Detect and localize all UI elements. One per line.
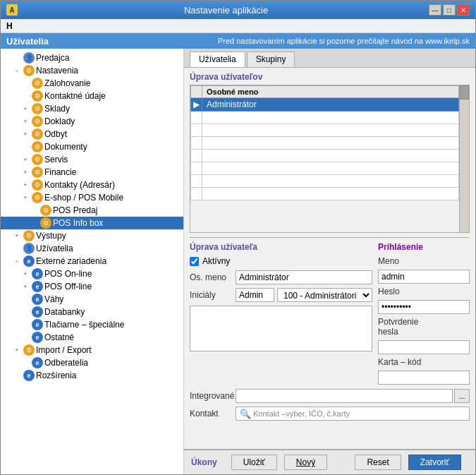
- sidebar-item-pos-info-box[interactable]: ⚙ POS Info box: [1, 217, 183, 229]
- edit-login-columns: Úprava užívateľa Aktívny Os. meno: [190, 242, 470, 385]
- heslo-input[interactable]: [378, 300, 470, 314]
- sidebar-item-kontakty[interactable]: + ⚙ Kontakty (Adresár): [1, 179, 183, 191]
- karta-row: Karta – kód: [378, 357, 470, 367]
- sidebar-item-pos-predaj[interactable]: ⚙ POS Predaj: [1, 204, 183, 217]
- sidebar-item-kontaktne[interactable]: ⚙ Kontaktné údaje: [1, 90, 183, 102]
- gear-icon: ⚙: [32, 179, 43, 191]
- minimize-button[interactable]: —: [429, 4, 441, 16]
- maximize-button[interactable]: □: [443, 4, 456, 16]
- heslo-row: Heslo: [378, 287, 470, 296]
- notes-textarea[interactable]: [190, 306, 372, 351]
- group-select[interactable]: 100 - Administrátori: [277, 288, 372, 302]
- contact-placeholder: Kontakt –výber, IČO, č.karty: [253, 409, 350, 418]
- sidebar-label-pos-predaj: POS Predaj: [53, 205, 97, 215]
- sidebar-item-import[interactable]: + ⚙ Import / Export: [1, 344, 183, 356]
- sidebar-item-rozsirenia[interactable]: e Rozšírenia: [1, 369, 183, 382]
- contact-input-wrapper[interactable]: 🔍 Kontakt –výber, IČO, č.karty: [236, 407, 470, 421]
- sidebar-item-uziviatelia[interactable]: 👤 Užívatelia: [1, 242, 183, 255]
- sidebar-item-tlaciar[interactable]: e Tlačiarne – špeciálne: [1, 318, 183, 331]
- sidebar-label-eshop: E-shop / POS Mobile: [44, 193, 123, 203]
- table-scrollbar[interactable]: [459, 85, 469, 232]
- browse-button[interactable]: ...: [454, 389, 470, 403]
- expand-icon: +: [20, 193, 30, 203]
- close-button[interactable]: Zatvoriť: [408, 455, 461, 470]
- sidebar-item-vystupy[interactable]: + ⚙ Výstupy: [1, 229, 183, 242]
- person-icon: 👤: [23, 52, 35, 64]
- os-meno-input[interactable]: [236, 270, 372, 284]
- user-table-section-title: Úprava užívateľov: [190, 72, 470, 82]
- save-button[interactable]: Uložiť: [231, 455, 277, 470]
- potvrdenie-input[interactable]: [378, 340, 470, 354]
- sidebar-item-predajca[interactable]: 👤 Predajca: [1, 52, 183, 64]
- sidebar-item-odbyt[interactable]: + ⚙ Odbyt: [1, 128, 183, 140]
- expand-icon: +: [20, 155, 30, 164]
- sidebar-label-doklady: Doklady: [44, 116, 75, 126]
- gear-icon: ⚙: [32, 128, 43, 140]
- user-table-row[interactable]: ▶ Administrátor: [191, 98, 459, 112]
- row-arrow: ▶: [191, 98, 202, 112]
- expand-icon: [20, 358, 30, 368]
- sidebar-item-servis[interactable]: + ⚙ Servis: [1, 153, 183, 166]
- sidebar-item-databanky[interactable]: e Databanky: [1, 306, 183, 318]
- sidebar-item-pos-offline[interactable]: + e POS Off-line: [1, 280, 183, 293]
- sidebar-item-sklady[interactable]: + ⚙ Sklady: [1, 102, 183, 115]
- expand-icon: −: [12, 66, 22, 76]
- sidebar-item-dokumenty[interactable]: ⚙ Dokumenty: [1, 140, 183, 153]
- window-controls: — □ ✕: [429, 4, 470, 16]
- potvrdenie-row: Potvrdenie hesla: [378, 317, 470, 337]
- user-table-scroll[interactable]: Osobné meno ▶ Administrátor: [190, 85, 459, 232]
- menu-item-h[interactable]: H: [4, 20, 16, 32]
- sidebar-item-ostatne[interactable]: e Ostatné: [1, 331, 183, 344]
- blue-icon: e: [32, 306, 43, 318]
- expand-icon: [20, 307, 30, 317]
- search-icon: 🔍: [239, 407, 252, 420]
- active-row: Aktívny: [190, 256, 372, 266]
- sidebar-label-pos-online: POS On-line: [44, 269, 92, 279]
- login-section: Prihlásenie Meno: [378, 242, 470, 385]
- reset-button[interactable]: Reset: [355, 455, 401, 470]
- sidebar-label-kontaktne: Kontaktné údaje: [44, 91, 106, 101]
- gear-icon: ⚙: [32, 154, 43, 165]
- right-panel: Užívatelia Skupiny Úprava užívateľov: [184, 49, 475, 474]
- sidebar-item-financie[interactable]: + ⚙ Financie: [1, 166, 183, 179]
- sidebar-item-doklady[interactable]: + ⚙ Doklady: [1, 115, 183, 128]
- person-icon: 👤: [23, 243, 35, 254]
- sidebar-label-sklady: Sklady: [44, 104, 70, 114]
- sidebar-item-vahy[interactable]: e Váhy: [1, 293, 183, 306]
- gear-icon: ⚙: [32, 78, 43, 89]
- new-button[interactable]: Nový: [284, 455, 327, 470]
- sidebar-item-nastavenia[interactable]: − ⚙ Nastavenia: [1, 64, 183, 77]
- sidebar-label-odbyt: Odbyt: [44, 129, 67, 139]
- user-table-row-empty: [191, 175, 459, 188]
- meno-input-row: [378, 270, 470, 284]
- app-icon: A: [6, 4, 18, 16]
- sidebar-label-pos-info-box: POS Info box: [53, 218, 103, 228]
- heslo-input-row: [378, 300, 470, 314]
- potvrdenie-input-row: [378, 340, 470, 354]
- gear-icon: ⚙: [32, 116, 43, 127]
- tab-uziviatelia[interactable]: Užívatelia: [190, 52, 245, 67]
- sidebar-label-tlaciar: Tlačiarne – špeciálne: [44, 320, 124, 330]
- inicials-input[interactable]: [236, 288, 274, 302]
- expand-icon: +: [20, 167, 30, 177]
- title-bar: A Nastavenie aplikácie — □ ✕: [1, 1, 475, 19]
- integrated-input[interactable]: [236, 389, 453, 403]
- user-name-cell: Administrátor: [202, 98, 459, 112]
- expand-icon: +: [20, 104, 30, 114]
- blue-icon: e: [32, 319, 43, 330]
- karta-input[interactable]: [378, 371, 470, 385]
- sidebar-label-uziviatelia: Užívatelia: [36, 243, 73, 253]
- sidebar-item-odberatelia[interactable]: e Odberatelia: [1, 356, 183, 369]
- meno-input[interactable]: [378, 270, 470, 284]
- actions-bar: Úkony Uložiť Nový Reset Zatvoriť: [184, 449, 475, 474]
- main-content: 👤 Predajca − ⚙ Nastavenia ⚙ Zálohovanie …: [1, 49, 475, 474]
- tab-skupiny[interactable]: Skupiny: [247, 52, 295, 67]
- sidebar-item-pos-online[interactable]: + e POS On-line: [1, 267, 183, 280]
- sidebar-item-eshop[interactable]: + ⚙ E-shop / POS Mobile: [1, 191, 183, 204]
- sidebar-item-zalohovanie[interactable]: ⚙ Zálohovanie: [1, 77, 183, 90]
- close-button[interactable]: ✕: [457, 4, 470, 16]
- active-checkbox[interactable]: [190, 257, 199, 266]
- gear-icon: ⚙: [32, 141, 43, 152]
- expand-icon: [20, 142, 30, 152]
- sidebar-item-externe[interactable]: − e Externé zariadenia: [1, 255, 183, 267]
